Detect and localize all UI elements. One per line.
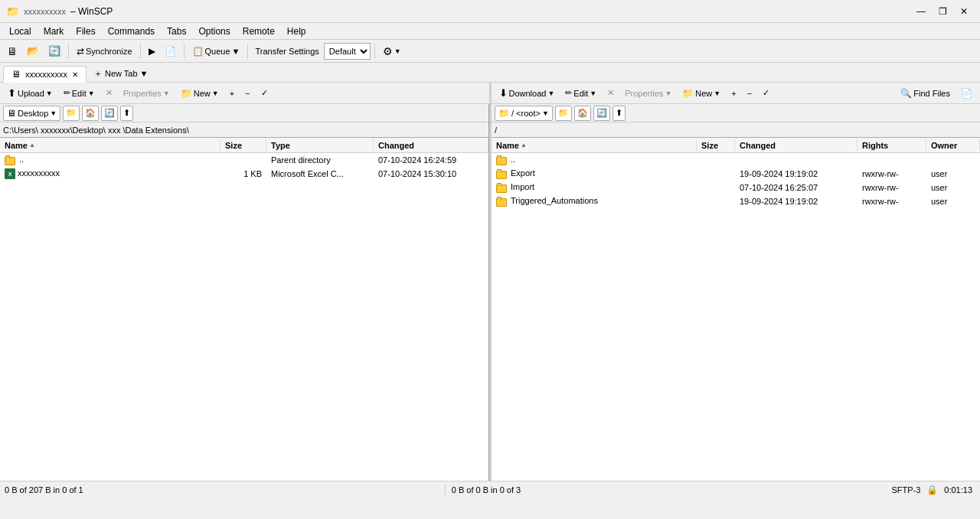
toolbar-console-btn[interactable]: ▶	[145, 42, 159, 60]
local-col-type-header[interactable]: Type	[266, 139, 374, 152]
menu-files[interactable]: Files	[70, 24, 101, 38]
remote-col-owner-header[interactable]: Owner	[926, 139, 980, 152]
local-check-button[interactable]: ✓	[256, 85, 273, 102]
session-label: xxxxxxxxxx	[24, 7, 66, 16]
remote-col-size-header[interactable]: Size	[697, 139, 735, 152]
local-nav-btn1[interactable]: 📁	[63, 106, 80, 121]
local-properties-button[interactable]: Properties ▼	[119, 85, 175, 102]
toolbar-settings-btn[interactable]: ⚙ ▼	[379, 42, 405, 60]
local-nav-btn2[interactable]: 🏠	[82, 106, 99, 121]
local-new-button[interactable]: 📁 New ▼	[176, 85, 224, 102]
local-refresh-icon: 🔄	[104, 108, 115, 118]
local-file-list[interactable]: Name ▲ Size Type Changed	[0, 138, 488, 481]
local-edit-button[interactable]: ✏ Edit ▼	[59, 85, 100, 102]
queue-button[interactable]: 📋 Queue ▼	[188, 42, 244, 60]
local-status-text: 0 B of 207 B in 0 of 1	[5, 485, 83, 495]
upload-label: Upload	[18, 89, 44, 98]
menu-commands[interactable]: Commands	[102, 24, 161, 38]
find-files-button[interactable]: 🔍 Find Files	[896, 85, 955, 102]
remote-remove-button[interactable]: −	[743, 85, 756, 102]
remote-col-rights-header[interactable]: Rights	[858, 139, 926, 152]
remote-delete-button[interactable]: ✕	[603, 85, 619, 102]
remote-server-select[interactable]: 📁 / <root> ▼	[495, 106, 553, 121]
synchronize-label: Synchronize	[86, 47, 132, 56]
remote-properties-dropdown-icon[interactable]: ▼	[665, 90, 671, 97]
remote-col-name-header[interactable]: Name ▲	[492, 139, 697, 152]
local-remove-button[interactable]: −	[240, 85, 254, 102]
local-file-list-header: Name ▲ Size Type Changed	[0, 138, 488, 153]
remote-new-dropdown-icon[interactable]: ▼	[714, 90, 720, 97]
local-file-row-0[interactable]: .. Parent directory 07-10-2024 16:24:59	[0, 153, 488, 167]
remote-file-list[interactable]: Name ▲ Size Changed Rights Owner	[492, 138, 980, 481]
local-file-row-1[interactable]: Xxxxxxxxxxx 1 KB Microsoft Excel C... 07…	[0, 167, 488, 181]
toolbar-open-btn[interactable]: 📂	[23, 42, 43, 60]
session-tab[interactable]: 🖥 xxxxxxxxxx ✕	[3, 66, 87, 83]
menu-local[interactable]: Local	[3, 24, 38, 38]
local-edit-dropdown-icon[interactable]: ▼	[88, 90, 95, 97]
remote-new-button[interactable]: 📁 New ▼	[678, 85, 725, 102]
panels-action-bar: ⬆ Upload ▼ ✏ Edit ▼ ✕ Properties ▼ 📁 New…	[0, 83, 980, 104]
remote-delete-icon: ✕	[607, 88, 614, 98]
remote-file-row-0[interactable]: ..	[492, 153, 980, 167]
remote-file-row-2[interactable]: Import 07-10-2024 16:25:07 rwxrw-rw- use…	[492, 181, 980, 194]
remote-file-size-2	[697, 187, 735, 188]
remote-properties-button[interactable]: Properties ▼	[620, 85, 676, 102]
menu-options[interactable]: Options	[192, 24, 236, 38]
local-status: 0 B of 207 B in 0 of 1	[5, 485, 439, 495]
menu-tabs[interactable]: Tabs	[161, 24, 192, 38]
download-button[interactable]: ⬇ Download ▼	[495, 85, 560, 102]
remote-up-btn[interactable]: ⬆	[612, 106, 626, 121]
remote-extra-button[interactable]: 📄	[956, 85, 977, 102]
refresh-icon: 🔄	[48, 45, 60, 57]
remote-col-changed-header[interactable]: Changed	[735, 139, 858, 152]
maximize-button[interactable]: ❐	[933, 3, 952, 20]
toolbar-refresh-btn[interactable]: 🔄	[44, 42, 64, 60]
sync-icon: ⇄	[77, 46, 84, 57]
remote-file-row-1[interactable]: Export 19-09-2024 19:19:02 rwxrw-rw- use…	[492, 167, 980, 181]
local-col-size-header[interactable]: Size	[220, 139, 266, 152]
remote-panel: 📁 / <root> ▼ 📁 🏠 🔄 ⬆ /	[492, 104, 980, 481]
local-new-dropdown-icon[interactable]: ▼	[212, 90, 219, 97]
remote-file-owner-1: user	[926, 168, 980, 179]
remote-file-row-3[interactable]: Triggered_Automations 19-09-2024 19:19:0…	[492, 194, 980, 208]
remote-folder-icon-1	[496, 169, 508, 179]
remote-refresh-btn[interactable]: 🔄	[593, 106, 610, 121]
queue-dropdown-icon: ▼	[232, 47, 240, 56]
local-drive-dropdown-icon: ▼	[50, 109, 57, 117]
download-dropdown-icon[interactable]: ▼	[547, 90, 554, 97]
remote-check-button[interactable]: ✓	[758, 85, 774, 102]
local-drive-label: Desktop	[18, 109, 48, 118]
remote-add-button[interactable]: +	[727, 85, 740, 102]
local-delete-button[interactable]: ✕	[101, 85, 117, 102]
close-button[interactable]: ✕	[954, 3, 974, 20]
upload-dropdown-icon[interactable]: ▼	[46, 90, 53, 97]
toolbar-new-session-btn[interactable]: 🖥	[3, 42, 21, 60]
lock-icon: 🔒	[926, 485, 938, 495]
minimize-button[interactable]: —	[911, 3, 931, 20]
tab-close-button[interactable]: ✕	[72, 70, 78, 79]
local-refresh-btn[interactable]: 🔄	[101, 106, 118, 121]
remote-nav-btn1[interactable]: 📁	[555, 106, 572, 121]
local-drive-select[interactable]: 🖥 Desktop ▼	[3, 106, 60, 121]
local-col-changed-header[interactable]: Changed	[374, 139, 488, 152]
download-icon: ⬇	[499, 87, 508, 99]
local-col-name-header[interactable]: Name ▲	[0, 139, 220, 152]
menu-remote[interactable]: Remote	[237, 24, 281, 38]
local-file-type-1: Microsoft Excel C...	[266, 168, 374, 179]
upload-button[interactable]: ⬆ Upload ▼	[3, 85, 57, 102]
transfer-settings-select[interactable]: Default	[324, 43, 371, 60]
local-file-changed-1: 07-10-2024 15:30:10	[374, 168, 488, 179]
remote-edit-dropdown-icon[interactable]: ▼	[590, 90, 596, 97]
local-path-text: C:\Users\ xxxxxxx\Desktop\ xxx \Data Ext…	[3, 126, 189, 135]
local-add-button[interactable]: +	[225, 85, 239, 102]
local-properties-dropdown-icon[interactable]: ▼	[163, 90, 170, 97]
toolbar-script-btn[interactable]: 📄	[161, 42, 180, 60]
new-tab-button[interactable]: ＋ New Tab ▼	[87, 65, 155, 82]
remote-nav-btn2[interactable]: 🏠	[574, 106, 591, 121]
menu-help[interactable]: Help	[281, 24, 312, 38]
local-up-btn[interactable]: ⬆	[120, 106, 133, 121]
sort-arrow-name: ▲	[29, 142, 35, 149]
remote-edit-button[interactable]: ✏ Edit ▼	[560, 85, 601, 102]
synchronize-button[interactable]: ⇄ Synchronize	[73, 42, 136, 60]
menu-mark[interactable]: Mark	[38, 24, 70, 38]
